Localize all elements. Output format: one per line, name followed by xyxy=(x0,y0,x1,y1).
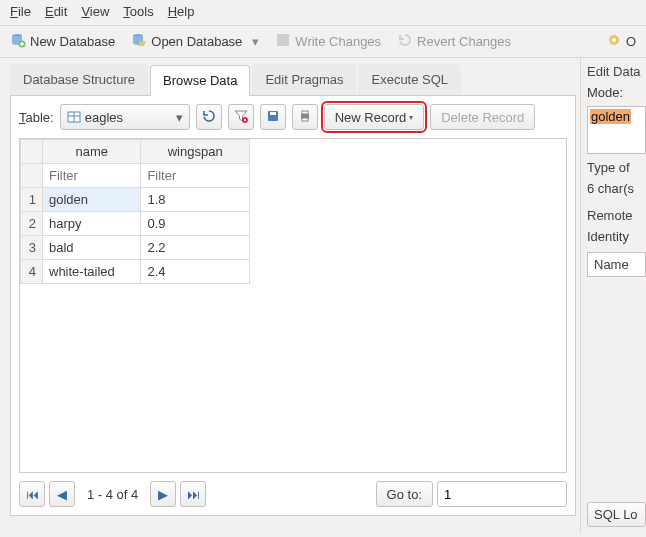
goto-button[interactable]: Go to: xyxy=(376,481,433,507)
print-button[interactable] xyxy=(292,104,318,130)
tab-structure[interactable]: Database Structure xyxy=(10,64,148,95)
remote-header: Remote xyxy=(587,208,646,223)
cell-name[interactable]: white-tailed xyxy=(43,260,141,284)
table-row[interactable]: 3 bald 2.2 xyxy=(21,236,250,260)
table-icon xyxy=(67,110,81,124)
last-icon: ⏭ xyxy=(187,487,200,502)
cell-name[interactable]: bald xyxy=(43,236,141,260)
next-icon: ▶ xyxy=(158,487,168,502)
write-changes-label: Write Changes xyxy=(295,34,381,49)
menu-file[interactable]: File xyxy=(10,4,31,19)
side-panel: Edit Data Mode: golden Type of 6 char(s … xyxy=(580,58,646,533)
edit-cell-header: Edit Data xyxy=(587,64,646,79)
refresh-icon xyxy=(202,109,216,126)
cell-name[interactable]: harpy xyxy=(43,212,141,236)
mode-label: Mode: xyxy=(587,85,646,100)
cell-wingspan[interactable]: 2.4 xyxy=(141,260,250,284)
filter-input-wingspan[interactable] xyxy=(147,168,243,183)
menu-tools[interactable]: Tools xyxy=(123,4,153,19)
open-database-button[interactable]: Open Database ▾ xyxy=(131,32,259,51)
cell-wingspan[interactable]: 1.8 xyxy=(141,188,250,212)
svg-rect-3 xyxy=(277,34,289,46)
svg-rect-13 xyxy=(302,111,308,114)
table-label: Table: xyxy=(19,110,54,125)
new-record-button[interactable]: New Record ▾ xyxy=(324,104,425,130)
table-row[interactable]: 2 harpy 0.9 xyxy=(21,212,250,236)
col-header-name[interactable]: name xyxy=(43,140,141,164)
revert-icon xyxy=(397,32,413,51)
svg-point-5 xyxy=(612,38,616,42)
filter-input-name[interactable] xyxy=(49,168,134,183)
cell-editor[interactable]: golden xyxy=(587,106,646,154)
cell-name[interactable]: golden xyxy=(43,188,141,212)
tab-browse[interactable]: Browse Data xyxy=(150,65,250,96)
write-changes-button: Write Changes xyxy=(275,32,381,51)
browse-panel: Table: eagles ▾ xyxy=(10,96,576,516)
new-database-label: New Database xyxy=(30,34,115,49)
tab-bar: Database Structure Browse Data Edit Prag… xyxy=(10,64,576,96)
cell-wingspan[interactable]: 2.2 xyxy=(141,236,250,260)
data-grid[interactable]: name wingspan 1 golden 1.8 2 xyxy=(19,138,567,473)
database-open-icon xyxy=(131,32,147,51)
main-toolbar: New Database Open Database ▾ Write Chang… xyxy=(0,26,646,58)
svg-rect-11 xyxy=(270,112,276,115)
prev-page-button[interactable]: ◀ xyxy=(49,481,75,507)
write-icon xyxy=(275,32,291,51)
sql-log-button[interactable]: SQL Lo xyxy=(587,502,646,527)
page-range: 1 - 4 of 4 xyxy=(87,487,138,502)
gear-icon xyxy=(606,32,622,51)
funnel-clear-icon xyxy=(234,109,248,126)
extra-toolbar-button[interactable]: O xyxy=(606,32,636,51)
svg-rect-14 xyxy=(302,118,308,121)
table-select[interactable]: eagles ▾ xyxy=(60,104,190,130)
menu-edit[interactable]: Edit xyxy=(45,4,67,19)
cell-editor-value: golden xyxy=(590,109,631,124)
last-page-button[interactable]: ⏭ xyxy=(180,481,206,507)
delete-record-button: Delete Record xyxy=(430,104,535,130)
col-header-wingspan[interactable]: wingspan xyxy=(141,140,250,164)
refresh-button[interactable] xyxy=(196,104,222,130)
identity-name-field[interactable]: Name xyxy=(587,252,646,277)
menu-help[interactable]: Help xyxy=(168,4,195,19)
new-database-button[interactable]: New Database xyxy=(10,32,115,51)
first-page-button[interactable]: ⏮ xyxy=(19,481,45,507)
menu-view[interactable]: View xyxy=(81,4,109,19)
menubar: File Edit View Tools Help xyxy=(0,0,646,26)
cell-wingspan[interactable]: 0.9 xyxy=(141,212,250,236)
rownum-header xyxy=(21,140,43,164)
table-row[interactable]: 4 white-tailed 2.4 xyxy=(21,260,250,284)
identity-label: Identity xyxy=(587,229,646,244)
table-row[interactable]: 1 golden 1.8 xyxy=(21,188,250,212)
database-new-icon xyxy=(10,32,26,51)
tab-pragmas[interactable]: Edit Pragmas xyxy=(252,64,356,95)
open-database-label: Open Database xyxy=(151,34,242,49)
clear-filters-button[interactable] xyxy=(228,104,254,130)
save-icon xyxy=(266,109,280,126)
tab-sql[interactable]: Execute SQL xyxy=(358,64,461,95)
first-icon: ⏮ xyxy=(26,487,39,502)
chevron-down-icon: ▾ xyxy=(176,110,183,125)
chevron-down-icon[interactable]: ▾ xyxy=(252,34,259,49)
prev-icon: ◀ xyxy=(57,487,67,502)
goto-input[interactable] xyxy=(437,481,567,507)
revert-changes-button: Revert Changes xyxy=(397,32,511,51)
save-button[interactable] xyxy=(260,104,286,130)
revert-changes-label: Revert Changes xyxy=(417,34,511,49)
pager: ⏮ ◀ 1 - 4 of 4 ▶ ⏭ Go to: xyxy=(19,481,567,507)
table-selected-value: eagles xyxy=(85,110,123,125)
next-page-button[interactable]: ▶ xyxy=(150,481,176,507)
type-label: Type of xyxy=(587,160,646,175)
chevron-down-icon: ▾ xyxy=(409,113,413,122)
print-icon xyxy=(298,109,312,126)
type-value: 6 char(s xyxy=(587,181,646,196)
